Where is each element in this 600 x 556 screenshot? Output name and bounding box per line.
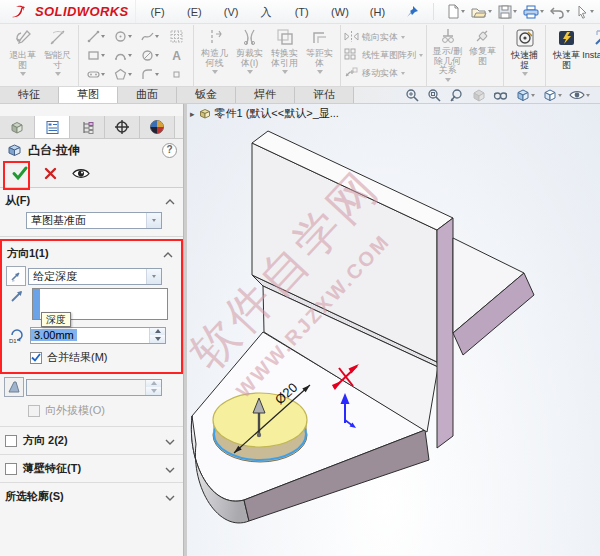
offset-entities-caret-icon[interactable] bbox=[317, 70, 323, 74]
zoom-fit-icon[interactable] bbox=[405, 88, 420, 102]
view-settings-icon[interactable] bbox=[493, 88, 508, 102]
polygon-tool-caret-icon[interactable] bbox=[128, 73, 132, 76]
ellipse-tool-caret-icon[interactable] bbox=[155, 54, 159, 57]
construction-geometry-caret-icon[interactable] bbox=[212, 70, 218, 74]
convert-entities-button[interactable]: 转换实体引用 bbox=[267, 25, 302, 86]
quick-snaps-button[interactable]: 快速捕捉 bbox=[507, 25, 542, 86]
fillet-tool-caret-icon[interactable] bbox=[155, 73, 159, 76]
linear-pattern-caret-icon[interactable] bbox=[419, 54, 423, 57]
zoom-area-icon[interactable] bbox=[427, 88, 442, 102]
trim-entities-button[interactable]: 剪裁实体(I) bbox=[232, 25, 267, 86]
spline-tool-button[interactable] bbox=[136, 30, 163, 43]
expand-chevron-icon[interactable] bbox=[165, 435, 175, 447]
offset-entities-button[interactable]: 等距实体 bbox=[302, 25, 337, 86]
collapse-chevron-icon[interactable] bbox=[165, 195, 175, 207]
line-tool-button[interactable] bbox=[82, 30, 109, 43]
exit-sketch-caret-icon[interactable] bbox=[20, 72, 26, 76]
construction-geometry-button[interactable]: 构造几何线 bbox=[197, 25, 232, 86]
hide-show-caret-icon[interactable] bbox=[586, 94, 590, 97]
linear-pattern-button[interactable]: 线性草图阵列 bbox=[344, 47, 423, 64]
dimxpertmanager-tab[interactable] bbox=[105, 116, 140, 138]
plate-right-face[interactable] bbox=[437, 218, 453, 448]
instant2d-button[interactable]: Instant2D bbox=[584, 25, 600, 86]
point-tool-button[interactable] bbox=[163, 70, 190, 79]
direction1-section-header[interactable]: 方向1(1) bbox=[2, 241, 181, 263]
display-style-icon[interactable] bbox=[542, 88, 562, 102]
undo-button[interactable] bbox=[548, 4, 572, 20]
thin-feature-section-header[interactable]: 薄壁特征(T) bbox=[0, 454, 183, 482]
convert-entities-caret-icon[interactable] bbox=[282, 70, 288, 74]
display-style-caret-icon[interactable] bbox=[558, 94, 562, 97]
merge-result-row[interactable]: 合并结果(M) bbox=[30, 350, 177, 365]
mirror-entities-button[interactable]: 镜向实体 bbox=[344, 29, 423, 46]
save-button[interactable] bbox=[496, 4, 519, 20]
tab-weldments[interactable]: 焊件 bbox=[236, 87, 295, 103]
text-tool-button[interactable]: A bbox=[163, 49, 190, 63]
tab-surfaces[interactable]: 曲面 bbox=[118, 87, 177, 103]
graphics-viewport[interactable]: ▸ 零件1 (默认<<默认>_显... bbox=[187, 104, 600, 556]
tab-sketch[interactable]: 草图 bbox=[59, 87, 118, 103]
display-relations-caret-icon[interactable] bbox=[445, 78, 451, 82]
direction-reference-listbox[interactable]: 深度 bbox=[32, 288, 168, 320]
smart-dimension-button[interactable]: 智能尺寸 bbox=[40, 25, 75, 86]
expand-chevron-icon[interactable] bbox=[165, 463, 175, 475]
collapse-chevron-icon[interactable] bbox=[163, 248, 173, 260]
from-select-arrow-icon[interactable] bbox=[146, 213, 161, 228]
move-entities-button[interactable]: 移动实体 bbox=[344, 65, 423, 82]
view-orientation-icon[interactable] bbox=[515, 88, 535, 102]
select-button[interactable] bbox=[574, 4, 596, 20]
tree-expand-icon[interactable]: ▸ bbox=[190, 109, 195, 119]
trim-entities-caret-icon[interactable] bbox=[247, 70, 253, 74]
featuremanager-tab[interactable] bbox=[0, 116, 35, 138]
display-relations-button[interactable]: 显示/删除几何关系 bbox=[430, 25, 465, 86]
circle-tool-button[interactable] bbox=[109, 30, 136, 43]
new-file-button[interactable] bbox=[444, 3, 467, 20]
configurationmanager-tab[interactable] bbox=[70, 116, 105, 138]
quick-snaps-caret-icon[interactable] bbox=[522, 72, 528, 76]
circle-tool-caret-icon[interactable] bbox=[128, 35, 132, 38]
rectangle-tool-caret-icon[interactable] bbox=[101, 54, 105, 57]
from-section-header[interactable]: 从(F) bbox=[0, 188, 183, 210]
pin-menu-icon[interactable] bbox=[406, 5, 419, 18]
smart-dimension-caret-icon[interactable] bbox=[55, 72, 61, 76]
move-entities-caret-icon[interactable] bbox=[401, 72, 405, 75]
fillet-tool-button[interactable] bbox=[136, 68, 163, 81]
print-button[interactable] bbox=[521, 4, 546, 20]
section-view-icon[interactable] bbox=[471, 88, 486, 102]
cancel-x-button[interactable] bbox=[44, 167, 57, 182]
depth-value[interactable]: 3.00mm bbox=[31, 329, 77, 341]
slot-tool-caret-icon[interactable] bbox=[101, 73, 105, 76]
arc-tool-caret-icon[interactable] bbox=[128, 54, 132, 57]
help-icon[interactable]: ? bbox=[162, 143, 177, 158]
direction2-checkbox[interactable] bbox=[5, 435, 17, 447]
selected-contours-section-header[interactable]: 所选轮廓(S) bbox=[0, 482, 183, 510]
spline-tool-caret-icon[interactable] bbox=[155, 35, 159, 38]
save-caret-icon[interactable] bbox=[513, 10, 517, 13]
print-caret-icon[interactable] bbox=[540, 10, 544, 13]
from-condition-select[interactable]: 草图基准面 bbox=[26, 212, 162, 229]
select-caret-icon[interactable] bbox=[590, 10, 594, 13]
rapid-sketch-button[interactable]: 快速草图 bbox=[549, 25, 584, 86]
preview-eye-button[interactable] bbox=[72, 167, 90, 182]
expand-chevron-icon[interactable] bbox=[165, 491, 175, 503]
spinner-arrows[interactable] bbox=[149, 328, 165, 343]
polygon-tool-button[interactable] bbox=[109, 68, 136, 81]
draft-button[interactable] bbox=[4, 377, 24, 397]
rectangle-tool-button[interactable] bbox=[82, 49, 109, 62]
end-condition-select[interactable]: 给定深度 bbox=[28, 268, 162, 285]
ok-check-button[interactable] bbox=[11, 165, 29, 183]
direction2-section-header[interactable]: 方向 2(2) bbox=[0, 426, 183, 454]
end-condition-arrow-icon[interactable] bbox=[146, 269, 161, 284]
depth-value-spinner[interactable]: 3.00mm bbox=[30, 327, 166, 344]
merge-result-checkbox[interactable] bbox=[30, 352, 42, 364]
thin-feature-checkbox[interactable] bbox=[5, 463, 17, 475]
zoom-selection-icon[interactable] bbox=[449, 88, 464, 102]
undo-caret-icon[interactable] bbox=[566, 10, 570, 13]
tab-sheet-metal[interactable]: 钣金 bbox=[177, 87, 236, 103]
pattern-grid-icon[interactable] bbox=[163, 30, 190, 43]
displaymanager-tab[interactable] bbox=[140, 116, 175, 138]
hide-show-items-icon[interactable] bbox=[569, 89, 590, 101]
tree-root-label[interactable]: 零件1 (默认<<默认>_显... bbox=[215, 106, 339, 121]
spin-down-icon[interactable] bbox=[150, 335, 165, 343]
spin-up-icon[interactable] bbox=[150, 328, 165, 336]
